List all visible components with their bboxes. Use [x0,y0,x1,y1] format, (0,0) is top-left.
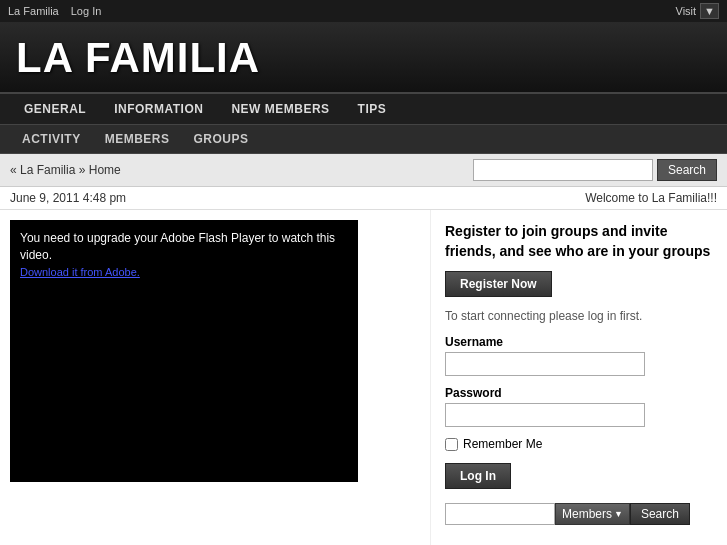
username-input[interactable] [445,352,645,376]
nav-item-general[interactable]: GENERAL [10,94,100,124]
video-container: You need to upgrade your Adobe Flash Pla… [10,220,358,482]
top-bar-left: La Familia Log In [8,5,101,17]
bottom-search-button[interactable]: Search [630,503,690,525]
sub-nav: ACTIVITY MEMBERS GROUPS [0,125,727,154]
topbar-lafamilia-link[interactable]: La Familia [8,5,59,17]
visit-dropdown-button[interactable]: ▼ [700,3,719,19]
site-title: LA FAMILIA [16,34,711,82]
breadcrumb-bar: « La Familia » Home Search [0,154,727,187]
right-sidebar: Register to join groups and invite frien… [430,210,727,545]
search-input[interactable] [473,159,653,181]
top-bar: La Familia Log In Visit ▼ [0,0,727,22]
datetime-text: June 9, 2011 4:48 pm [10,191,126,205]
username-label: Username [445,335,713,349]
chevron-down-icon: ▼ [614,509,623,519]
video-message: You need to upgrade your Adobe Flash Pla… [10,220,358,290]
flash-upgrade-text: You need to upgrade your Adobe Flash Pla… [20,231,335,262]
nav-item-tips[interactable]: TIPS [344,94,401,124]
login-button[interactable]: Log In [445,463,511,489]
subnav-members[interactable]: MEMBERS [93,125,182,153]
left-content: You need to upgrade your Adobe Flash Pla… [0,210,430,545]
register-heading: Register to join groups and invite frien… [445,222,713,261]
subnav-activity[interactable]: ACTIVITY [10,125,93,153]
bottom-search-input[interactable] [445,503,555,525]
search-form: Search [473,159,717,181]
site-header: LA FAMILIA [0,22,727,94]
connect-text: To start connecting please log in first. [445,309,713,323]
members-dropdown-button[interactable]: Members ▼ [555,503,630,525]
main-nav: GENERAL INFORMATION NEW MEMBERS TIPS [0,94,727,125]
visit-label: Visit [676,5,697,17]
breadcrumb-lafamilia[interactable]: « La Familia [10,163,75,177]
upgrade-link[interactable]: Download it from Adobe. [20,266,140,278]
password-input[interactable] [445,403,645,427]
info-bar: June 9, 2011 4:48 pm Welcome to La Famil… [0,187,727,210]
topbar-login-link[interactable]: Log In [71,5,102,17]
subnav-groups[interactable]: GROUPS [182,125,261,153]
members-label: Members [562,507,612,521]
remember-me-label: Remember Me [463,437,542,451]
top-bar-right: Visit ▼ [676,3,719,19]
main-content: You need to upgrade your Adobe Flash Pla… [0,210,727,545]
search-button[interactable]: Search [657,159,717,181]
bottom-search-row: Members ▼ Search [445,503,713,525]
breadcrumb-home[interactable]: » Home [79,163,121,177]
nav-item-new-members[interactable]: NEW MEMBERS [217,94,343,124]
password-label: Password [445,386,713,400]
welcome-text: Welcome to La Familia!!! [585,191,717,205]
register-now-button[interactable]: Register Now [445,271,552,297]
nav-item-information[interactable]: INFORMATION [100,94,217,124]
breadcrumb: « La Familia » Home [10,163,121,177]
remember-row: Remember Me [445,437,713,451]
remember-me-checkbox[interactable] [445,438,458,451]
